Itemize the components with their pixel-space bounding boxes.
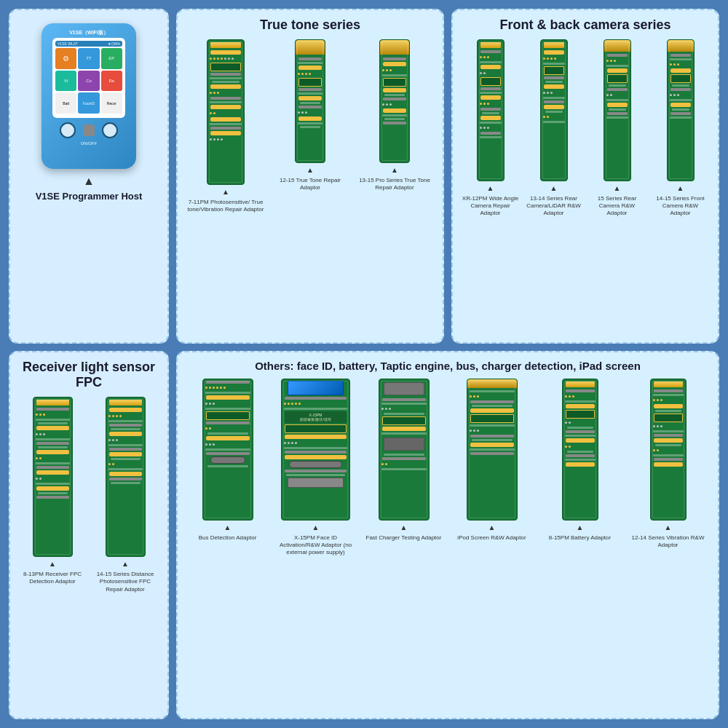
others-caption-4: iPod Screen R&W Adaptor <box>457 534 526 542</box>
receiver-caption-1: 8-13PM Receiver FPC Detection Adaptor <box>19 571 86 586</box>
camera-caption-3: 15 Series Rear Camera R&W Adaptor <box>588 195 646 218</box>
icon-resistance: Re <box>101 71 122 92</box>
others-arrow-4: ▲ <box>488 523 496 531</box>
host-label: V1SE Programmer Host <box>36 191 143 202</box>
others-pcb-4 <box>467 379 518 521</box>
others-board-5: ▲ 8-15PM Battery Adaptor <box>539 379 621 542</box>
camera-pcb-2 <box>540 39 568 181</box>
camera-board-2: ▲ 13-14 Series Rear Camera/LiDAR R&W Ada… <box>525 39 582 218</box>
others-board-2: X-15PM面容修复/激活/读写 ▲ X-15PM Face ID Activa… <box>274 379 357 557</box>
camera-board-1: ▲ XR-12PM Wide Angle Camera Repair Adapt… <box>462 39 519 218</box>
others-pcb-2: X-15PM面容修复/激活/读写 <box>281 379 350 521</box>
truetone-caption-3: 13-15 Pro Series True Tone Repair Adapto… <box>355 177 434 192</box>
device-header: V1SE WLAT ★ ON% <box>55 41 122 47</box>
truetone-pcb-1 <box>207 39 245 185</box>
others-arrow-5: ▲ <box>577 523 584 531</box>
receiver-boards: ▲ 8-13PM Receiver FPC Detection Adaptor <box>19 397 159 593</box>
others-boards: ▲ Bus Detection Adaptor X-15PM面容修复/激活/读写 <box>186 379 709 557</box>
icon-component: Co <box>78 71 99 92</box>
others-caption-5: 8-15PM Battery Adaptor <box>549 534 611 542</box>
others-title: Others: face ID, battery, Taptic engine,… <box>186 360 709 373</box>
camera-pcb-4 <box>667 39 695 181</box>
receiver-board-2: ▲ 14-15 Series Distance Photosensitive F… <box>92 397 159 593</box>
icon-battery: Batt <box>55 92 76 114</box>
device-screen: V1SE WLAT ★ ON% ⚙ TT EP Vi Co Re Batt Fa… <box>52 38 125 118</box>
camera-title: Front & back camera series <box>462 17 709 33</box>
device-model-label: V1SE（WIFI版） <box>69 29 108 36</box>
others-board-1: ▲ Bus Detection Adaptor <box>186 379 269 542</box>
receiver-title: Receiver light sensor FPC <box>19 360 159 391</box>
others-caption-3: Fast Charger Testing Adaptor <box>366 534 442 542</box>
others-arrow-2: ▲ <box>312 523 320 531</box>
host-device: V1SE（WIFI版） V1SE WLAT ★ ON% ⚙ TT EP Vi C… <box>41 23 136 169</box>
others-caption-2: X-15PM Face ID Activation/R&W Adaptor (n… <box>274 534 357 557</box>
device-buttons <box>60 122 118 138</box>
others-arrow-3: ▲ <box>400 523 408 531</box>
others-board-3: ▲ Fast Charger Testing Adaptor <box>363 379 445 542</box>
camera-board-4: ▲ 14-15 Series Front Camera R&W Adaptor <box>652 39 709 218</box>
truetone-pcb-2 <box>295 39 325 163</box>
camera-arrow-3: ▲ <box>614 184 621 192</box>
others-board-6: ▲ 12-14 Series Vibration R&W Adaptor <box>627 379 709 550</box>
host-panel: V1SE（WIFI版） V1SE WLAT ★ ON% ⚙ TT EP Vi C… <box>9 9 169 344</box>
truetone-caption-1: 7-11PM Photosensitive/ True tone/Vibrati… <box>186 199 265 214</box>
icon-receiver: Recvr <box>101 92 122 114</box>
truetone-title: True tone series <box>186 17 434 33</box>
others-pcb-5 <box>562 379 598 521</box>
others-panel: Others: face ID, battery, Taptic engine,… <box>176 351 719 719</box>
others-arrow-1: ▲ <box>224 523 232 531</box>
camera-boards: ▲ XR-12PM Wide Angle Camera Repair Adapt… <box>462 39 709 218</box>
others-pcb-1 <box>202 379 253 521</box>
truetone-boards: ▲ 7-11PM Photosensitive/ True tone/Vibra… <box>186 39 434 214</box>
receiver-caption-2: 14-15 Series Distance Photosensitive FPC… <box>92 571 159 593</box>
camera-pcb-1 <box>477 39 505 181</box>
others-caption-6: 12-14 Series Vibration R&W Adaptor <box>627 534 709 550</box>
truetone-board-2: ▲ 12-15 True Tone Repair Adaptor <box>271 39 349 192</box>
icon-faceid: FaceID <box>78 92 99 114</box>
icon-vibration: Vi <box>55 71 76 92</box>
camera-caption-2: 13-14 Series Rear Camera/LiDAR R&W Adapt… <box>525 195 582 218</box>
host-arrow: ▲ <box>83 175 95 188</box>
camera-caption-1: XR-12PM Wide Angle Camera Repair Adaptor <box>462 195 519 218</box>
receiver-panel: Receiver light sensor FPC <box>9 351 169 719</box>
truetone-caption-2: 12-15 True Tone Repair Adaptor <box>271 177 349 192</box>
main-grid: V1SE（WIFI版） V1SE WLAT ★ ON% ⚙ TT EP Vi C… <box>9 9 719 719</box>
others-arrow-6: ▲ <box>665 523 672 531</box>
receiver-board-1: ▲ 8-13PM Receiver FPC Detection Adaptor <box>19 397 86 586</box>
write-button-device <box>102 122 118 138</box>
camera-pcb-3 <box>604 39 631 181</box>
camera-arrow-4: ▲ <box>677 184 684 192</box>
others-caption-1: Bus Detection Adaptor <box>199 534 257 542</box>
truetone-arrow-2: ▲ <box>306 166 314 174</box>
receiver-pcb-1 <box>33 397 73 557</box>
truetone-arrow-3: ▲ <box>391 166 398 174</box>
truetone-board-3: ▲ 13-15 Pro Series True Tone Repair Adap… <box>355 39 434 192</box>
others-pcb-3 <box>379 379 430 521</box>
icon-eprom: EP <box>101 48 122 69</box>
receiver-arrow-2: ▲ <box>122 560 129 568</box>
camera-board-3: ▲ 15 Series Rear Camera R&W Adaptor <box>588 39 646 218</box>
truetone-panel: True tone series <box>176 9 444 344</box>
read-button-device <box>60 122 76 138</box>
receiver-arrow-1: ▲ <box>49 560 56 568</box>
icon-truetone: TT <box>78 48 99 69</box>
device-bottom-row: Batt FaceID Recvr <box>55 92 122 114</box>
truetone-pcb-3 <box>379 39 410 163</box>
truetone-board-1: ▲ 7-11PM Photosensitive/ True tone/Vibra… <box>186 39 265 214</box>
truetone-arrow-1: ▲ <box>222 188 229 196</box>
others-board-4: ▲ iPod Screen R&W Adaptor <box>451 379 533 542</box>
camera-caption-4: 14-15 Series Front Camera R&W Adaptor <box>652 195 709 218</box>
camera-arrow-2: ▲ <box>550 184 558 192</box>
icon-settings: ⚙ <box>55 48 76 69</box>
others-pcb-6 <box>650 379 687 521</box>
device-switch: ON/OFF <box>81 141 98 146</box>
camera-panel: Front & back camera series <box>451 9 719 344</box>
camera-arrow-1: ▲ <box>487 184 494 192</box>
receiver-pcb-2 <box>106 397 146 557</box>
